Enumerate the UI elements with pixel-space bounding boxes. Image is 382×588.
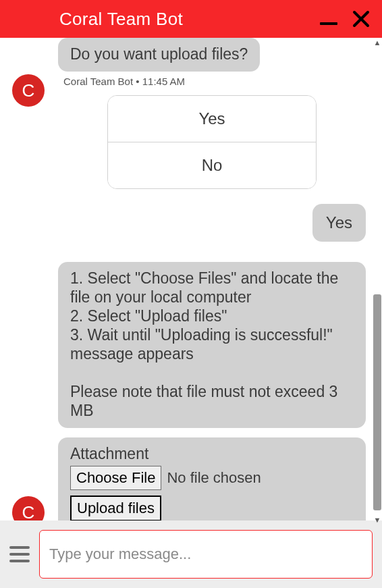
bot-message-group: 1. Select "Choose Files" and locate the … bbox=[58, 262, 366, 520]
bot-avatar: C bbox=[12, 74, 45, 107]
minimize-icon[interactable] bbox=[320, 22, 337, 25]
user-message-text: Yes bbox=[326, 213, 352, 232]
scroll-down-icon[interactable]: ▼ bbox=[373, 515, 381, 525]
sender-name: Coral Team Bot bbox=[63, 76, 133, 87]
bot-avatar: C bbox=[12, 496, 45, 520]
upload-files-button[interactable]: Upload files bbox=[70, 496, 161, 520]
file-input-row: Choose File No file chosen bbox=[70, 466, 354, 490]
composer bbox=[0, 520, 382, 588]
chat-title: Coral Team Bot bbox=[59, 9, 183, 30]
message-time: 11:45 AM bbox=[142, 76, 185, 87]
user-message-bubble: Yes bbox=[312, 204, 366, 242]
chat-area: C Do you want upload files? Coral Team B… bbox=[0, 38, 382, 520]
option-yes[interactable]: Yes bbox=[108, 96, 316, 142]
message-meta: Coral Team Bot • 11:45 AM bbox=[63, 76, 366, 87]
close-icon[interactable] bbox=[352, 10, 370, 28]
user-message-row: Yes bbox=[12, 204, 366, 242]
bot-message-group: Do you want upload files? Coral Team Bot… bbox=[58, 38, 366, 189]
quick-reply-options: Yes No bbox=[107, 95, 317, 189]
scrollbar[interactable]: ▲ ▼ bbox=[373, 38, 381, 525]
scroll-thumb[interactable] bbox=[373, 294, 381, 510]
avatar-letter: C bbox=[22, 80, 35, 101]
message-input[interactable] bbox=[39, 530, 373, 579]
instructions-bubble: 1. Select "Choose Files" and locate the … bbox=[58, 262, 366, 428]
attachment-bubble: Attachment Choose File No file chosen Up… bbox=[58, 437, 366, 520]
choose-file-button[interactable]: Choose File bbox=[70, 466, 161, 490]
menu-icon[interactable] bbox=[9, 543, 30, 565]
scroll-up-icon[interactable]: ▲ bbox=[373, 38, 381, 47]
avatar-letter: C bbox=[22, 502, 35, 520]
option-no[interactable]: No bbox=[108, 142, 316, 188]
attachment-title: Attachment bbox=[70, 444, 354, 463]
bot-message-bubble: Do you want upload files? bbox=[58, 38, 260, 72]
bot-message-text: Do you want upload files? bbox=[70, 45, 248, 63]
header-controls bbox=[320, 10, 370, 28]
upload-row: Upload files bbox=[70, 496, 354, 520]
chat-header: Coral Team Bot bbox=[0, 0, 382, 38]
no-file-label: No file chosen bbox=[167, 469, 261, 487]
